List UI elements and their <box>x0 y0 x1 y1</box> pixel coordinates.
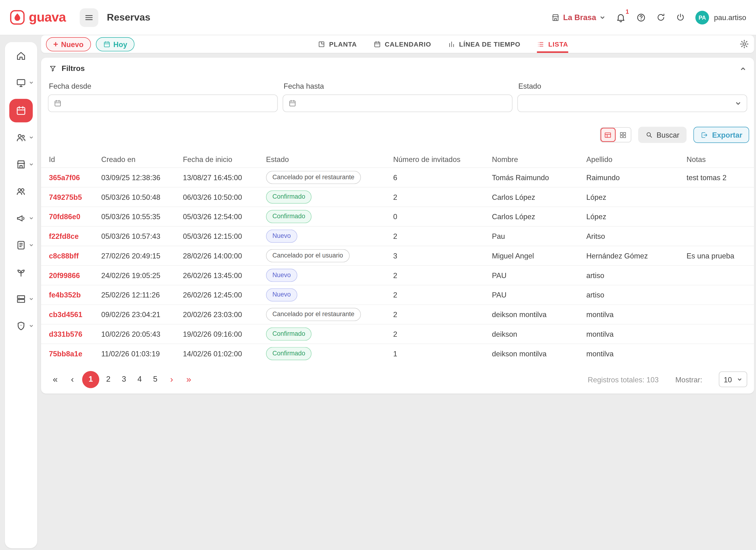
restaurant-icon <box>16 159 26 170</box>
help-button[interactable] <box>636 13 646 22</box>
notes-cell: Es una prueba <box>687 251 746 260</box>
sidebar-item-guests[interactable] <box>10 127 32 148</box>
tab-linea-de-tiempo[interactable]: LÍNEA DE TIEMPO <box>448 35 520 53</box>
page-button-2[interactable]: 2 <box>102 372 115 387</box>
reservation-id-link[interactable]: cb3d4561 <box>49 310 101 319</box>
brand-logo[interactable]: guava <box>10 10 66 25</box>
page-button-3[interactable]: 3 <box>117 372 131 387</box>
sidebar-item-customers[interactable] <box>10 181 32 202</box>
created-at-cell: 09/02/26 23:04:21 <box>101 310 183 319</box>
filters-title: Filtros <box>62 64 85 73</box>
status-cell: Confirmado <box>266 347 393 360</box>
page-button-1[interactable]: 1 <box>82 371 99 388</box>
collapse-filters-button[interactable] <box>740 65 746 72</box>
created-at-cell: 24/02/26 19:05:25 <box>101 271 183 280</box>
refresh-button[interactable] <box>656 13 666 22</box>
lastname-cell: Raimundo <box>586 173 687 181</box>
last-page-button[interactable]: » <box>181 372 196 387</box>
status-badge: Cancelado por el usuario <box>266 249 349 262</box>
calendar-icon <box>54 99 62 107</box>
notifications-button[interactable]: 1 <box>616 12 626 22</box>
restaurant-name: La Brasa <box>563 13 596 22</box>
today-button[interactable]: Hoy <box>96 37 134 51</box>
sidebar-item-home[interactable] <box>10 45 32 66</box>
lastname-cell: Aritso <box>586 232 687 240</box>
new-reservation-button[interactable]: + Nuevo <box>46 37 91 51</box>
page-button-5[interactable]: 5 <box>149 372 162 387</box>
reservations-panel: Filtros Fecha desde Fecha hasta Estado <box>41 58 754 394</box>
reservation-id-link[interactable]: 365a7f06 <box>49 173 101 181</box>
table-row[interactable]: 70fd86e0 05/03/26 10:55:35 05/03/26 12:5… <box>41 206 754 226</box>
settings-button[interactable] <box>739 39 749 49</box>
reservation-id-link[interactable]: fe4b352b <box>49 291 101 299</box>
reservation-id-link[interactable]: 20f99866 <box>49 271 101 280</box>
guests-cell: 2 <box>393 291 492 299</box>
table-row[interactable]: 749275b5 05/03/26 10:50:48 06/03/26 10:5… <box>41 187 754 207</box>
avatar[interactable]: PA <box>696 11 709 24</box>
table-row[interactable]: cb3d4561 09/02/26 23:04:21 20/02/26 23:0… <box>41 304 754 324</box>
logout-button[interactable] <box>676 13 685 22</box>
column-header: Notas <box>687 155 746 163</box>
page-size-select[interactable]: 10 <box>719 372 747 387</box>
guests-cell: 1 <box>393 350 492 358</box>
column-header: Número de invitados <box>393 155 492 163</box>
reservation-id-link[interactable]: 70fd86e0 <box>49 212 101 220</box>
date-from-input[interactable] <box>48 94 278 112</box>
name-cell: Tomás Raimundo <box>492 173 586 181</box>
sidebar-item-restaurant[interactable] <box>10 154 32 175</box>
username: pau.artiso <box>714 13 746 22</box>
menu-toggle-button[interactable] <box>79 8 98 27</box>
date-to-input[interactable] <box>283 94 512 112</box>
sidebar-item-pos[interactable] <box>10 288 32 310</box>
sidebar-item-reservations[interactable] <box>9 99 33 122</box>
status-label: Estado <box>518 82 746 90</box>
guests-cell: 2 <box>393 193 492 201</box>
reservation-id-link[interactable]: 749275b5 <box>49 193 101 201</box>
date-to-label: Fecha hasta <box>284 82 512 90</box>
table-row[interactable]: d331b576 10/02/26 20:05:43 19/02/26 09:1… <box>41 324 754 344</box>
reservation-id-link[interactable]: 75bb8a1e <box>49 350 101 358</box>
reservation-id-link[interactable]: d331b576 <box>49 330 101 338</box>
table-row[interactable]: 365a7f06 03/09/25 12:38:36 13/08/27 16:4… <box>41 167 754 187</box>
status-select[interactable] <box>517 94 747 112</box>
export-button[interactable]: Exportar <box>694 127 749 143</box>
prev-page-button[interactable]: ‹ <box>65 372 80 387</box>
name-cell: PAU <box>492 291 586 299</box>
filters-fields: Fecha desde Fecha hasta Estado <box>41 79 754 112</box>
reservation-id-link[interactable]: c8c88bff <box>49 251 101 260</box>
storefront-icon <box>551 13 560 22</box>
tab-planta[interactable]: PLANTA <box>318 35 357 53</box>
status-field: Estado <box>517 79 747 112</box>
next-page-button[interactable]: › <box>164 372 179 387</box>
tab-calendario[interactable]: CALENDARIO <box>374 35 431 53</box>
column-header: Fecha de inicio <box>183 155 266 163</box>
notification-badge: 1 <box>626 8 629 15</box>
table-row[interactable]: 75bb8a1e 11/02/26 01:03:19 14/02/26 01:0… <box>41 344 754 363</box>
restaurant-selector[interactable]: La Brasa <box>551 13 606 22</box>
filters-header: Filtros <box>41 58 754 73</box>
lastname-cell: López <box>586 193 687 201</box>
table-row[interactable]: c8c88bff 27/02/26 20:49:15 28/02/26 14:0… <box>41 246 754 265</box>
sidebar-item-menus[interactable] <box>10 234 32 256</box>
table-row[interactable]: fe4b352b 25/02/26 12:11:26 26/02/26 12:4… <box>41 285 754 305</box>
table-row[interactable]: 20f99866 24/02/26 19:05:25 26/02/26 13:4… <box>41 265 754 285</box>
first-page-button[interactable]: « <box>48 372 63 387</box>
notes-cell: test tomas 2 <box>687 173 746 181</box>
refresh-icon <box>656 13 666 22</box>
search-button[interactable]: Buscar <box>638 127 687 143</box>
name-cell: PAU <box>492 271 586 280</box>
tab-lista[interactable]: LISTA <box>537 35 568 53</box>
sidebar-item-security[interactable] <box>10 315 32 337</box>
reservation-id-link[interactable]: f22fd8ce <box>49 232 101 240</box>
sidebar-item-marketing[interactable] <box>10 207 32 229</box>
sidebar-item-screens[interactable] <box>10 72 32 93</box>
start-date-cell: 14/02/26 01:02:00 <box>183 350 266 358</box>
table-view-toggle[interactable] <box>600 128 615 142</box>
created-at-cell: 27/02/26 20:49:15 <box>101 251 183 260</box>
grid-view-toggle[interactable] <box>615 128 631 142</box>
table-row[interactable]: f22fd8ce 05/03/26 10:57:43 05/03/26 12:1… <box>41 226 754 246</box>
created-at-cell: 25/02/26 12:11:26 <box>101 291 183 299</box>
sidebar-item-plant[interactable] <box>10 261 32 283</box>
show-label: Mostrar: <box>675 375 702 384</box>
page-button-4[interactable]: 4 <box>133 372 146 387</box>
